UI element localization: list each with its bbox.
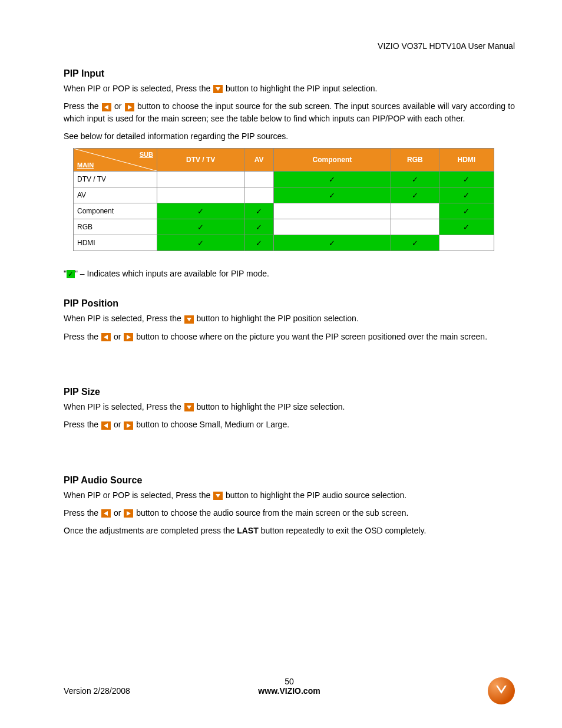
right-arrow-icon [125, 103, 134, 111]
checkmark-icon: ✓ [412, 175, 418, 184]
right-arrow-icon [124, 421, 133, 430]
down-arrow-icon [184, 315, 194, 324]
text: button repeatedly to exit the OSD comple… [259, 526, 427, 535]
checkmark-icon: ✓ [256, 207, 262, 216]
row-header: RGB [74, 219, 157, 235]
cell-available: ✓ [157, 235, 244, 251]
corner-sub: SUB [140, 151, 153, 158]
para-pip-audio-1: When PIP or POP is selected, Press the b… [64, 489, 515, 501]
svg-marker-11 [104, 511, 108, 516]
right-arrow-icon [124, 509, 133, 518]
table-row: RGB✓✓✓ [74, 219, 494, 235]
svg-marker-10 [216, 494, 220, 498]
row-header: HDMI [74, 235, 157, 251]
svg-marker-1 [104, 105, 108, 110]
footer-page-number: 50 [285, 677, 294, 686]
svg-marker-5 [104, 335, 108, 340]
text: or [114, 508, 123, 518]
checkmark-icon: ✓ [197, 223, 204, 232]
cell-available: ✓ [391, 235, 439, 251]
cell-available: ✓ [157, 203, 244, 219]
checkmark-icon: ✓ [197, 207, 204, 216]
svg-marker-6 [127, 335, 131, 340]
cell-available: ✓ [391, 172, 439, 187]
cell-available: ✓ [439, 187, 494, 203]
text: or [114, 101, 124, 111]
down-arrow-icon [184, 403, 194, 411]
cell-unavailable [244, 172, 273, 187]
cell-available: ✓ [244, 219, 273, 235]
table-row: DTV / TV✓✓✓ [74, 172, 494, 187]
down-arrow-icon [213, 492, 223, 500]
checkmark-icon: ✓ [412, 191, 418, 200]
footer-url: www.VIZIO.com [258, 686, 320, 696]
text: Press the [64, 508, 101, 518]
checkmark-icon: ✓ [463, 175, 470, 184]
checkmark-icon: ✓ [329, 175, 335, 184]
para-pip-size-1: When PIP is selected, Press the button t… [64, 401, 515, 413]
text: button to choose where on the picture yo… [136, 332, 487, 341]
cell-available: ✓ [244, 235, 273, 251]
text: button to highlight the PIP position sel… [197, 314, 359, 323]
text: or [114, 332, 123, 341]
cell-unavailable [157, 187, 244, 203]
para-pip-position-2: Press the or button to choose where on t… [64, 331, 515, 342]
heading-pip-position: PIP Position [64, 298, 515, 309]
text: When PIP or POP is selected, Press the [64, 84, 213, 93]
cell-unavailable [391, 203, 439, 219]
cell-available: ✓ [439, 203, 494, 219]
left-arrow-icon [102, 103, 111, 111]
para-pip-input-3: See below for detailed information regar… [64, 130, 515, 142]
cell-unavailable [273, 219, 391, 235]
para-pip-audio-3: Once the adjustments are completed press… [64, 525, 515, 536]
checkmark-icon: ✓ [463, 207, 470, 216]
corner-main: MAIN [77, 162, 94, 169]
cell-available: ✓ [273, 187, 391, 203]
checkmark-icon: ✓ [256, 239, 262, 248]
left-arrow-icon [101, 333, 111, 341]
right-arrow-icon [124, 333, 133, 341]
col-header: AV [244, 149, 273, 172]
heading-pip-audio: PIP Audio Source [64, 475, 515, 486]
text: When PIP is selected, Press the [64, 314, 184, 323]
col-header: Component [273, 149, 391, 172]
text-bold: LAST [237, 526, 259, 535]
text: button to choose Small, Medium or Large. [136, 420, 289, 429]
text: Press the [64, 101, 101, 111]
down-arrow-icon [213, 85, 223, 93]
col-header: HDMI [439, 149, 494, 172]
row-header: DTV / TV [74, 172, 157, 187]
col-header: RGB [391, 149, 439, 172]
cell-unavailable [273, 203, 391, 219]
text: Press the [64, 420, 101, 429]
svg-marker-8 [104, 423, 108, 428]
text: button to choose the audio source from t… [136, 508, 408, 518]
table-row: Component✓✓✓ [74, 203, 494, 219]
checkmark-icon: ✓ [329, 239, 335, 248]
cell-available: ✓ [439, 172, 494, 187]
text: button to highlight the PIP input select… [226, 84, 377, 93]
text: button to highlight the PIP size selecti… [197, 402, 345, 411]
doc-header-title: VIZIO VO37L HDTV10A User Manual [64, 41, 515, 51]
checkmark-icon: ✓ [463, 223, 470, 232]
table-row: HDMI✓✓✓✓ [74, 235, 494, 251]
vizio-logo-icon [488, 677, 515, 704]
page-footer: Version 2/28/2008 50 www.VIZIO.com [64, 686, 515, 696]
cell-unavailable [244, 187, 273, 203]
cell-available: ✓ [273, 235, 391, 251]
left-arrow-icon [101, 421, 111, 430]
text: When PIP or POP is selected, Press the [64, 490, 213, 500]
para-pip-input-1: When PIP or POP is selected, Press the b… [64, 83, 515, 94]
cell-unavailable [391, 219, 439, 235]
svg-marker-13 [496, 686, 507, 694]
para-pip-position-1: When PIP is selected, Press the button t… [64, 312, 515, 324]
para-pip-size-2: Press the or button to choose Small, Med… [64, 419, 515, 430]
svg-marker-12 [127, 511, 131, 516]
svg-marker-2 [128, 105, 132, 110]
checkmark-icon: ✓ [197, 239, 204, 248]
row-header: Component [74, 203, 157, 219]
cell-unavailable [439, 235, 494, 251]
text: or [114, 420, 123, 429]
cell-available: ✓ [244, 203, 273, 219]
cell-available: ✓ [157, 219, 244, 235]
